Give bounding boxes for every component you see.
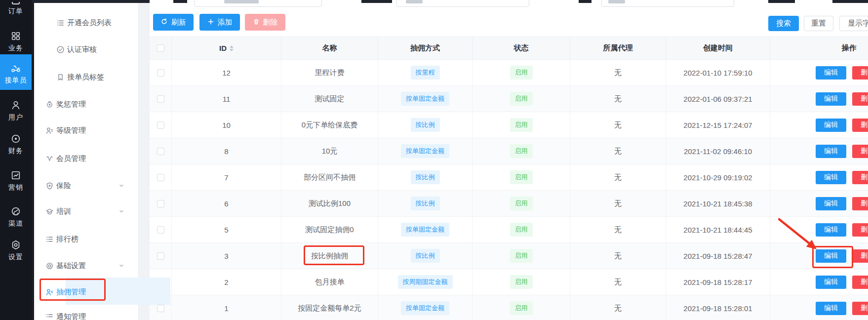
sort-desc-icon[interactable] bbox=[230, 49, 234, 51]
placeholder-fragment bbox=[608, 0, 625, 3]
search-button[interactable]: 搜索 bbox=[768, 16, 799, 31]
cell-created: 2021-10-29 09:19:02 bbox=[666, 164, 770, 190]
delete-row-button[interactable]: 删除 bbox=[852, 223, 868, 237]
row-checkbox[interactable] bbox=[157, 252, 164, 260]
sort-asc-icon[interactable] bbox=[230, 45, 234, 48]
delete-row-button[interactable]: 删除 bbox=[852, 92, 868, 106]
placeholder-fragment bbox=[406, 0, 423, 3]
rail-item-4[interactable]: 用户 bbox=[0, 97, 32, 122]
cell-name: 按比例抽佣 bbox=[281, 243, 378, 269]
table-row: 5 测试固定抽佣0 按单固定金额 启用 无 2021-10-21 18:44:4… bbox=[150, 217, 868, 243]
edit-button[interactable]: 编辑 bbox=[816, 197, 846, 210]
table-row: 11 测试固定 按单固定金额 启用 无 2022-01-06 09:37:21 … bbox=[150, 86, 868, 112]
cell-created: 2022-01-10 17:59:10 bbox=[666, 60, 770, 85]
table-row: 6 测试比例100 按比例 启用 无 2021-10-21 18:45:38 编… bbox=[150, 191, 868, 217]
edit-button[interactable]: 编辑 bbox=[816, 223, 846, 237]
menu-item-2[interactable]: 认证审核 bbox=[32, 43, 139, 56]
menu-item-11[interactable]: 抽佣管理 bbox=[32, 285, 139, 298]
menu-item-12[interactable]: 通知管理 bbox=[32, 310, 139, 320]
rail-item-7[interactable]: 渠道 bbox=[0, 203, 32, 228]
delete-row-button[interactable]: 删除 bbox=[852, 276, 868, 289]
delete-row-button[interactable]: 删除 bbox=[852, 249, 868, 263]
edit-button[interactable]: 编辑 bbox=[816, 66, 846, 80]
row-checkbox[interactable] bbox=[157, 200, 164, 207]
channel-icon bbox=[10, 206, 21, 217]
rail-item-label: 业务 bbox=[8, 44, 23, 53]
edit-button[interactable]: 编辑 bbox=[816, 92, 846, 106]
side-menu-scrollbar[interactable] bbox=[32, 3, 34, 320]
cell-agent: 无 bbox=[570, 112, 666, 138]
menu-item-6[interactable]: 会员管理 bbox=[32, 152, 139, 165]
cell-id: 3 bbox=[172, 243, 281, 269]
delete-button[interactable]: 删除 bbox=[245, 14, 285, 31]
delete-row-button[interactable]: 删除 bbox=[852, 197, 868, 210]
rail-item-3[interactable]: 接单员 bbox=[0, 54, 32, 90]
commission-table: ID 名称 抽佣方式 状态 所属代理 创建时间 操作 12 里程计费 按里程 启… bbox=[150, 37, 868, 320]
reset-button[interactable]: 重置 bbox=[804, 16, 833, 31]
edit-button[interactable]: 编辑 bbox=[816, 171, 846, 184]
delete-row-button[interactable]: 删除 bbox=[852, 171, 868, 184]
menu-item-label: 通知管理 bbox=[56, 312, 86, 320]
training-icon bbox=[45, 207, 54, 216]
add-button[interactable]: 添加 bbox=[199, 14, 240, 31]
commission-icon bbox=[45, 288, 54, 296]
select-all-checkbox[interactable] bbox=[157, 44, 164, 52]
table-row: 3 按比例抽佣 按比例 启用 无 2021-09-18 15:28:47 编辑 … bbox=[150, 243, 868, 269]
edit-button[interactable]: 编辑 bbox=[816, 276, 846, 289]
rail-item-label: 订单 bbox=[8, 7, 23, 16]
modules-icon bbox=[10, 31, 21, 41]
cell-created: 2022-01-06 09:37:21 bbox=[666, 86, 770, 112]
cell-created: 2021-10-21 18:44:45 bbox=[666, 217, 770, 242]
header-select-all[interactable] bbox=[150, 37, 172, 59]
menu-item-9[interactable]: 排行榜 bbox=[32, 233, 139, 245]
delete-row-button[interactable]: 删除 bbox=[852, 119, 868, 132]
plus-icon bbox=[207, 18, 214, 27]
table-header-row: ID 名称 抽佣方式 状态 所属代理 创建时间 操作 bbox=[150, 37, 868, 60]
row-checkbox[interactable] bbox=[157, 226, 164, 234]
row-checkbox[interactable] bbox=[157, 148, 164, 155]
row-checkbox[interactable] bbox=[157, 121, 164, 129]
sort-icons[interactable] bbox=[230, 45, 234, 51]
menu-item-7[interactable]: 保险 bbox=[32, 179, 139, 192]
menu-item-label: 认证审核 bbox=[67, 45, 97, 54]
rail-item-5[interactable]: 财务 bbox=[0, 130, 32, 156]
delete-row-button[interactable]: 删除 bbox=[852, 302, 868, 315]
column-header-id[interactable]: ID bbox=[172, 37, 281, 59]
cell-name: 包月接单 bbox=[281, 269, 378, 295]
cell-name: 按固定金额每单2元 bbox=[281, 295, 378, 320]
row-checkbox[interactable] bbox=[157, 95, 164, 103]
column-header-actions: 操作 bbox=[770, 37, 868, 59]
refresh-button[interactable]: 刷新 bbox=[153, 14, 194, 31]
delete-row-button[interactable]: 删除 bbox=[852, 66, 868, 80]
row-checkbox[interactable] bbox=[157, 174, 164, 181]
rail-item-2[interactable]: 业务 bbox=[0, 28, 32, 53]
status-tag: 启用 bbox=[510, 144, 533, 158]
edit-button[interactable]: 编辑 bbox=[816, 249, 846, 263]
edit-button[interactable]: 编辑 bbox=[816, 302, 846, 315]
chevron-down-icon bbox=[118, 262, 124, 270]
menu-item-1[interactable]: 开通会员列表 bbox=[32, 16, 139, 29]
rail-item-6[interactable]: 营销 bbox=[0, 167, 32, 192]
ranking-icon bbox=[45, 235, 54, 243]
rail-item-8[interactable]: 设置 bbox=[0, 237, 32, 262]
menu-item-8[interactable]: 培训 bbox=[32, 205, 139, 218]
show-columns-button[interactable]: 显示字 bbox=[839, 16, 868, 31]
menu-item-10[interactable]: 基础设置 bbox=[32, 259, 139, 272]
chevron-down-icon bbox=[118, 182, 124, 190]
edit-button[interactable]: 编辑 bbox=[816, 145, 846, 158]
menu-item-4[interactable]: 奖惩管理 bbox=[32, 98, 139, 111]
row-checkbox[interactable] bbox=[157, 69, 164, 77]
rider-icon bbox=[10, 63, 21, 74]
menu-item-3[interactable]: 接单员标签 bbox=[32, 71, 139, 83]
method-tag: 按周期固定金额 bbox=[398, 275, 453, 289]
menu-item-5[interactable]: 等级管理 bbox=[32, 124, 139, 137]
column-header-name: 名称 bbox=[281, 37, 378, 59]
edit-button[interactable]: 编辑 bbox=[816, 119, 846, 132]
menu-item-label: 等级管理 bbox=[56, 126, 86, 135]
truncated-filter-label bbox=[768, 0, 795, 3]
rail-item-1[interactable]: 订单 bbox=[0, 0, 32, 16]
cell-agent: 无 bbox=[570, 295, 666, 320]
delete-row-button[interactable]: 删除 bbox=[852, 145, 868, 158]
row-checkbox[interactable] bbox=[157, 305, 164, 312]
menu-item-label: 保险 bbox=[56, 181, 71, 191]
